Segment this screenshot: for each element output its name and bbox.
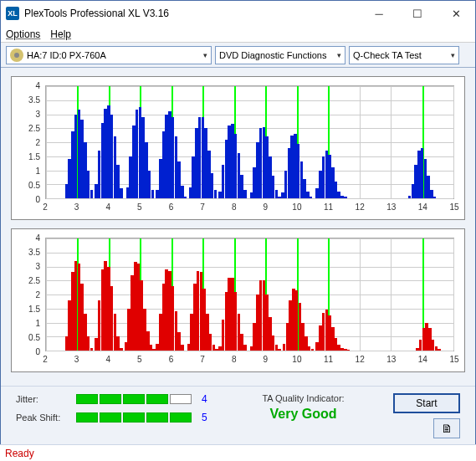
meter-segment bbox=[76, 412, 98, 423]
close-button[interactable]: ✕ bbox=[437, 1, 475, 26]
status-text: Ready bbox=[5, 448, 34, 459]
x-tick: 11 bbox=[324, 355, 333, 364]
x-tick: 4 bbox=[105, 355, 110, 364]
y-tick: 4 bbox=[35, 233, 40, 243]
x-tick: 15 bbox=[449, 202, 458, 212]
x-tick: 11 bbox=[324, 202, 333, 212]
diagnostic-selector[interactable]: DVD Diagnostic Functions ▾ bbox=[215, 46, 345, 64]
y-tick: 0.5 bbox=[28, 181, 40, 190]
y-tick: 2 bbox=[35, 138, 40, 147]
x-tick: 2 bbox=[43, 355, 48, 364]
x-tick: 15 bbox=[449, 355, 458, 364]
x-tick: 13 bbox=[386, 355, 396, 364]
x-tick: 7 bbox=[200, 202, 205, 212]
app-logo-icon: XL bbox=[6, 7, 19, 20]
x-tick: 4 bbox=[105, 202, 110, 212]
menu-help[interactable]: Help bbox=[50, 28, 71, 40]
x-tick: 12 bbox=[356, 202, 365, 212]
start-button[interactable]: Start bbox=[393, 393, 460, 413]
meter-segment bbox=[76, 394, 98, 404]
y-tick: 4 bbox=[35, 81, 40, 90]
chevron-down-icon: ▾ bbox=[451, 51, 455, 59]
quality-value: Very Good bbox=[230, 407, 376, 422]
y-tick: 3.5 bbox=[28, 95, 40, 105]
x-tick: 9 bbox=[264, 355, 269, 364]
jitter-value: 4 bbox=[202, 393, 213, 405]
page-icon: 🗎 bbox=[441, 422, 453, 435]
y-tick: 0 bbox=[35, 347, 40, 356]
x-tick: 2 bbox=[43, 202, 48, 212]
y-tick: 0 bbox=[35, 195, 40, 204]
x-tick: 10 bbox=[292, 355, 301, 364]
meter-segment bbox=[146, 412, 168, 423]
chart-bottom: 00.511.522.533.54 23456789101112131415 bbox=[11, 228, 465, 372]
x-tick: 8 bbox=[232, 355, 237, 364]
options-icon-button[interactable]: 🗎 bbox=[433, 418, 460, 438]
meter-segment bbox=[123, 394, 145, 404]
x-tick: 13 bbox=[386, 202, 396, 212]
peakshift-label: Peak Shift: bbox=[16, 412, 69, 423]
y-tick: 2.5 bbox=[28, 276, 40, 285]
y-tick: 1 bbox=[35, 166, 40, 176]
test-selector-value: Q-Check TA Test bbox=[353, 50, 422, 60]
meter-segment bbox=[146, 394, 168, 404]
jitter-label: Jitter: bbox=[16, 394, 69, 404]
chevron-down-icon: ▾ bbox=[337, 51, 341, 59]
x-tick: 3 bbox=[74, 355, 79, 364]
x-tick: 7 bbox=[200, 355, 205, 364]
peakshift-meter bbox=[76, 412, 192, 423]
jitter-meter bbox=[76, 394, 192, 404]
meter-segment bbox=[100, 394, 121, 404]
quality-label: TA Quality Indicator: bbox=[230, 393, 376, 403]
y-tick: 3.5 bbox=[28, 248, 40, 257]
x-tick: 6 bbox=[169, 355, 174, 364]
x-tick: 14 bbox=[418, 202, 427, 212]
menu-options[interactable]: Options bbox=[6, 28, 40, 40]
disc-icon bbox=[10, 49, 23, 62]
x-tick: 12 bbox=[356, 355, 365, 364]
y-tick: 0.5 bbox=[28, 333, 40, 342]
diagnostic-selector-value: DVD Diagnostic Functions bbox=[219, 50, 326, 60]
y-tick: 1.5 bbox=[28, 152, 40, 161]
test-selector[interactable]: Q-Check TA Test ▾ bbox=[349, 46, 459, 64]
meter-segment bbox=[100, 412, 121, 423]
y-tick: 1.5 bbox=[28, 305, 40, 314]
x-tick: 9 bbox=[264, 202, 269, 212]
meter-segment bbox=[170, 394, 192, 404]
y-tick: 1 bbox=[35, 319, 40, 328]
peakshift-value: 5 bbox=[202, 412, 213, 423]
y-tick: 2.5 bbox=[28, 124, 40, 133]
y-tick: 3 bbox=[35, 110, 40, 119]
minimize-button[interactable]: ─ bbox=[360, 1, 398, 26]
window-title: PlexTools Professional XL V3.16 bbox=[24, 8, 360, 19]
x-tick: 14 bbox=[418, 355, 427, 364]
meter-segment bbox=[123, 412, 145, 423]
chart-top: 00.511.522.533.54 23456789101112131415 bbox=[11, 76, 465, 220]
x-tick: 3 bbox=[74, 202, 79, 212]
y-tick: 2 bbox=[35, 290, 40, 300]
x-tick: 5 bbox=[137, 355, 142, 364]
meter-segment bbox=[170, 412, 192, 423]
x-tick: 10 bbox=[292, 202, 301, 212]
device-selector-value: HA:7 ID:0 PX-760A bbox=[27, 50, 106, 60]
x-tick: 6 bbox=[169, 202, 174, 212]
x-tick: 5 bbox=[137, 202, 142, 212]
chevron-down-icon: ▾ bbox=[203, 51, 207, 59]
maximize-button[interactable]: ☐ bbox=[398, 1, 437, 26]
device-selector[interactable]: HA:7 ID:0 PX-760A ▾ bbox=[6, 46, 212, 64]
x-tick: 8 bbox=[232, 202, 237, 212]
y-tick: 3 bbox=[35, 262, 40, 271]
